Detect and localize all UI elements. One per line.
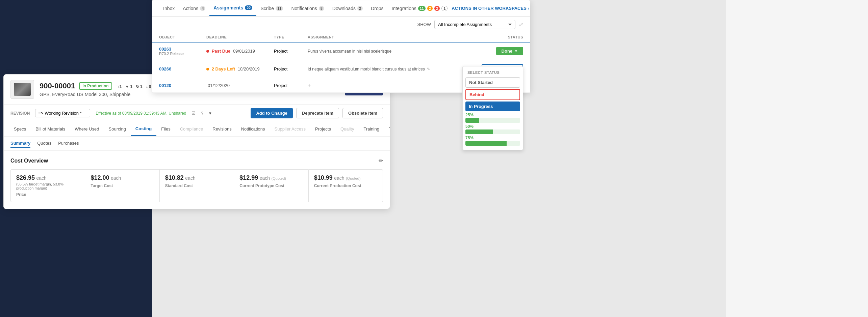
row2-deadline: 2 Days Left 10/20/2019 (206, 66, 274, 71)
nav-tab-downloads[interactable]: Downloads 2 (328, 1, 367, 16)
row2-deadline-type: 2 Days Left (212, 66, 235, 71)
refresh-control[interactable]: ↻ 1 (136, 84, 143, 89)
status-option-in-progress[interactable]: In Progress (465, 102, 520, 111)
nav-tab-drops[interactable]: Drops (367, 1, 387, 16)
row3-plus-icon[interactable]: + (308, 82, 311, 88)
progress-label-75: 75% (465, 136, 520, 140)
row1-type: Project (274, 49, 308, 54)
tab-sourcing[interactable]: Sourcing (104, 122, 131, 136)
cost-amount-prototype: $12.99 each (Quoted) (239, 174, 303, 181)
row1-deadline-dot (206, 50, 209, 53)
obsolete-item-button[interactable]: Obsolete Item (342, 108, 383, 118)
nav-tabs: Inbox Actions 4 Assignments 22 Scribe 11… (152, 0, 530, 17)
nav-tab-scribe[interactable]: Scribe 11 (256, 1, 287, 16)
row3-type: Project (274, 83, 308, 88)
progress-option-50[interactable]: 50% (465, 124, 520, 134)
row1-status-done[interactable]: Done ▼ (496, 47, 523, 55)
col-object: OBJECT (159, 35, 206, 39)
progress-option-25[interactable]: 25% (465, 113, 520, 123)
assignments-panel: Inbox Actions 4 Assignments 22 Scribe 11… (152, 0, 530, 93)
actions-other-arrow: › (528, 6, 529, 11)
table-row[interactable]: 00263 R70.2 Release Past Due 09/01/2019 … (152, 42, 530, 60)
edit-icon[interactable]: ✏ (379, 157, 383, 164)
tab-projects[interactable]: Projects (310, 122, 336, 136)
row2-assignment: Id neque aliquam vestibulum morbi blandi… (308, 67, 425, 71)
revision-select[interactable]: => Working Revision * (35, 109, 90, 117)
cost-amount-target: $12.00 each (91, 174, 154, 181)
revision-chevron[interactable]: ▾ (209, 111, 211, 116)
row2-deadline-date: 10/20/2019 (238, 66, 260, 71)
revision-bar: REVISION => Working Revision * Effective… (4, 105, 390, 122)
cost-card-prototype: $12.99 each (Quoted) Current Prototype C… (234, 169, 308, 202)
nav-tab-notifications[interactable]: Notifications 8 (287, 1, 328, 16)
expand-icon[interactable]: ⤢ (519, 21, 523, 28)
status-option-not-started[interactable]: Not Started (465, 77, 520, 88)
show-select[interactable]: All Incomplete Assignments (434, 20, 515, 29)
nav-tab-assignments[interactable]: Assignments 22 (209, 0, 256, 16)
item-tabs-bar: Specs Bill of Materials Where Used Sourc… (4, 122, 390, 137)
col-deadline: DEADLINE (206, 35, 274, 39)
row2-object: 00266 (159, 66, 206, 71)
add-to-change-button[interactable]: Add to Change (251, 108, 292, 118)
cost-label-price: Price (16, 192, 79, 197)
nav-tab-integrations[interactable]: Integrations 11 2 2 1 (388, 1, 452, 16)
item-thumb-image (14, 83, 31, 96)
copy-control[interactable]: □ 1 (116, 84, 122, 89)
nav-tab-actions[interactable]: Actions 4 (179, 1, 209, 16)
cost-title-row: Cost Overview ✏ (10, 157, 383, 164)
subtab-purchases[interactable]: Purchases (58, 139, 79, 148)
col-status: STATUS (469, 35, 523, 39)
cost-amount-price: $26.95 each (16, 174, 79, 181)
integrations-badge4: 1 (441, 6, 448, 11)
subtab-summary[interactable]: Summary (10, 139, 30, 148)
scribe-label: Scribe (260, 6, 274, 11)
progress-option-75[interactable]: 75% (465, 136, 520, 146)
downloads-badge: 2 (357, 6, 363, 11)
question-icon[interactable]: ? (201, 111, 203, 116)
status-option-behind[interactable]: Behind (465, 89, 520, 100)
tab-training[interactable]: Training (359, 122, 384, 136)
nav-tab-inbox[interactable]: Inbox (159, 1, 179, 16)
tab-tickets[interactable]: Tickets (384, 122, 390, 136)
row3-object: 00120 (159, 83, 206, 88)
actions-label: Actions (183, 6, 198, 11)
arrow-down-control[interactable]: ↓ 0 (146, 84, 151, 89)
deprecate-item-button[interactable]: Deprecate Item (296, 108, 339, 118)
actions-badge: 4 (200, 6, 205, 11)
right-panel-background (726, 0, 868, 317)
download-control[interactable]: ▼ 1 (125, 84, 132, 89)
row1-deadline: Past Due 09/01/2019 (206, 49, 274, 54)
progress-fill-75 (465, 141, 507, 146)
in-production-badge: In Production (79, 82, 112, 90)
tab-notifications[interactable]: Notifications (236, 122, 270, 136)
row1-status-chevron: ▼ (514, 49, 518, 53)
progress-track-75 (465, 141, 520, 146)
subtab-quotes[interactable]: Quotes (37, 139, 51, 148)
cost-amount-production: $10.99 each (Quoted) (314, 174, 377, 181)
item-number-text: 900-00001 (40, 82, 75, 90)
assignments-label: Assignments (213, 5, 243, 10)
status-dropdown-title: SELECT STATUS (465, 69, 520, 77)
subtabs-bar: Summary Quotes Purchases (4, 137, 390, 151)
cost-card-standard: $10.82 each Standard Cost (159, 169, 234, 202)
row1-deadline-date: 09/01/2019 (233, 49, 255, 54)
status-dropdown: SELECT STATUS Not Started Behind In Prog… (462, 66, 523, 150)
row2-id: 00266 (159, 66, 206, 71)
cost-card-target: $12.00 each Target Cost (85, 169, 159, 202)
row2-edit-pen[interactable]: ✎ (427, 67, 430, 71)
tab-revisions[interactable]: Revisions (208, 122, 236, 136)
cost-section: Cost Overview ✏ $26.95 each (55.5% targe… (4, 151, 390, 209)
tab-costing[interactable]: Costing (131, 122, 156, 136)
drops-label: Drops (371, 6, 383, 11)
cost-label-prototype: Current Prototype Cost (239, 183, 303, 188)
show-label: SHOW (417, 22, 431, 27)
check-icon[interactable]: ☑ (192, 111, 196, 116)
actions-other-workspaces[interactable]: ACTIONS IN OTHER WORKSPACES › (452, 6, 529, 11)
tab-bom[interactable]: Bill of Materials (31, 122, 70, 136)
tab-where-used[interactable]: Where Used (70, 122, 104, 136)
col-assignment: ASSIGNMENT (308, 35, 469, 39)
progress-label-50: 50% (465, 124, 520, 129)
tab-specs[interactable]: Specs (9, 122, 31, 136)
tab-files[interactable]: Files (156, 122, 175, 136)
cost-label-standard: Standard Cost (165, 183, 228, 188)
